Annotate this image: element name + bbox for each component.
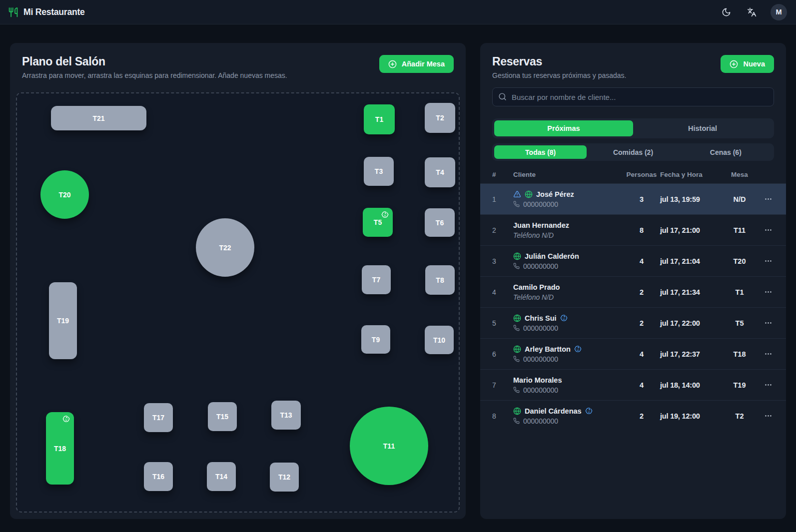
reservation-row[interactable]: 1 José Pérez 000000000 3 jul 13, 19:59 N… [480, 183, 786, 214]
row-menu-button[interactable] [761, 223, 776, 237]
floor-table-t17[interactable]: T17 [144, 403, 173, 432]
floor-table-t12[interactable]: T12 [270, 463, 299, 492]
table-label: T3 [375, 167, 383, 175]
floor-table-t9[interactable]: T9 [361, 325, 390, 354]
floor-table-t16[interactable]: T16 [144, 462, 173, 491]
floor-table-t6[interactable]: T6 [425, 208, 455, 237]
filter-comidas[interactable]: Comidas (2) [587, 145, 679, 159]
globe-icon [525, 190, 533, 198]
client-cell: Chris Sui 000000000 [513, 314, 623, 332]
people-count: 3 [623, 195, 660, 203]
app-title: Mi Restaurante [23, 7, 85, 17]
row-menu-button[interactable] [761, 316, 776, 330]
floor-plan-panel: Plano del Salón Arrastra para mover, arr… [10, 43, 466, 519]
people-count: 2 [623, 412, 660, 420]
table-label: T8 [436, 276, 444, 284]
reservations-header: Reservas Gestiona tus reservas próximas … [492, 55, 774, 79]
client-phone: Teléfono N/D [513, 231, 623, 239]
theme-toggle-button[interactable] [720, 5, 733, 19]
phone-icon [513, 201, 520, 207]
floor-table-t10[interactable]: T10 [425, 326, 454, 354]
floor-table-t1[interactable]: T1 [364, 104, 395, 134]
table-label: T5 [374, 218, 382, 226]
client-phone: 000000000 [513, 324, 623, 332]
reservation-row[interactable]: 7 Mario Morales 000000000 4 jul 18, 14:0… [480, 369, 786, 400]
user-avatar[interactable]: M [771, 4, 787, 20]
people-count: 4 [623, 257, 660, 265]
phone-icon [513, 387, 520, 393]
floor-table-t11[interactable]: T11 [350, 407, 428, 485]
floor-table-t7[interactable]: T7 [362, 265, 391, 294]
assigned-table: N/D [723, 195, 756, 203]
tab-historial[interactable]: Historial [633, 120, 772, 136]
client-name: Chris Sui [525, 314, 557, 322]
floor-table-t8[interactable]: T8 [425, 265, 455, 295]
new-reservation-button[interactable]: Nueva [721, 55, 774, 73]
floor-table-t18[interactable]: T18 [46, 412, 74, 485]
row-menu-button[interactable] [761, 378, 776, 392]
assigned-table: T11 [723, 226, 756, 234]
floor-plan-heading: Plano del Salón Arrastra para mover, arr… [22, 55, 287, 79]
tabs-upcoming-history: Próximas Historial [492, 118, 774, 138]
phone-icon [513, 356, 520, 362]
reservations-panel: Reservas Gestiona tus reservas próximas … [480, 43, 786, 519]
reservations-list: 1 José Pérez 000000000 3 jul 13, 19:59 N… [480, 183, 786, 519]
floor-table-t4[interactable]: T4 [425, 157, 455, 187]
client-name: Julián Calderón [525, 252, 579, 260]
floor-plan-canvas[interactable]: T21T1T2T3T4T5T6T20T22T7T8T19T9T10T18T17T… [16, 92, 460, 513]
floor-table-t21[interactable]: T21 [51, 106, 146, 130]
reservation-row[interactable]: 4 Camilo Prado Teléfono N/D 2 jul 17, 21… [480, 276, 786, 307]
client-phone: 000000000 [513, 200, 623, 208]
reservation-row[interactable]: 8 Daniel Cárdenas 000000000 2 jul 19, 12… [480, 400, 786, 431]
row-menu-button[interactable] [761, 285, 776, 299]
row-menu-button[interactable] [761, 347, 776, 361]
floor-plan-header: Plano del Salón Arrastra para mover, arr… [16, 55, 460, 79]
row-menu-button[interactable] [761, 409, 776, 423]
assigned-table: T18 [723, 350, 756, 358]
add-table-button[interactable]: Añadir Mesa [379, 55, 454, 73]
client-name: Daniel Cárdenas [525, 407, 582, 415]
client-name: Juan Hernandez [513, 221, 569, 229]
table-label: T11 [383, 442, 395, 450]
filter-cenas[interactable]: Cenas (6) [680, 145, 772, 159]
client-cell: José Pérez 000000000 [513, 190, 623, 208]
reservation-row[interactable]: 6 Arley Bartton 000000000 4 jul 17, 22:3… [480, 338, 786, 369]
add-table-label: Añadir Mesa [402, 60, 445, 68]
top-bar: Mi Restaurante M [0, 0, 796, 24]
baby-icon [62, 415, 70, 423]
floor-table-t13[interactable]: T13 [271, 401, 301, 430]
table-label: T17 [152, 414, 164, 422]
language-button[interactable] [745, 5, 759, 19]
people-count: 2 [623, 288, 660, 296]
search-input[interactable] [492, 87, 774, 106]
utensils-icon [8, 7, 18, 17]
assigned-table: T19 [723, 381, 756, 389]
alert-triangle-icon [513, 190, 521, 198]
reservation-datetime: jul 17, 21:00 [660, 226, 723, 234]
floor-table-t20[interactable]: T20 [40, 170, 89, 219]
floor-table-t5[interactable]: T5 [363, 208, 393, 237]
filter-todas[interactable]: Todas (8) [494, 145, 587, 159]
reservation-row[interactable]: 3 Julián Calderón 000000000 4 jul 17, 21… [480, 245, 786, 276]
app-brand: Mi Restaurante [8, 7, 85, 17]
client-name: Mario Morales [513, 376, 562, 384]
floor-table-t14[interactable]: T14 [207, 462, 236, 491]
table-label: T18 [54, 445, 66, 453]
column-personas: Personas [623, 171, 660, 178]
floor-table-t3[interactable]: T3 [364, 157, 394, 186]
floor-table-t2[interactable]: T2 [425, 103, 455, 133]
table-label: T1 [375, 115, 383, 123]
tab-proximas[interactable]: Próximas [494, 120, 633, 136]
globe-icon [513, 345, 521, 353]
row-menu-button[interactable] [761, 192, 776, 206]
column-cliente: Cliente [513, 171, 623, 178]
reservation-row[interactable]: 5 Chris Sui 000000000 2 jul 17, 22:00 T5 [480, 307, 786, 338]
floor-table-t19[interactable]: T19 [49, 282, 77, 359]
floor-table-t15[interactable]: T15 [208, 402, 237, 431]
row-menu-button[interactable] [761, 254, 776, 268]
tabs-meal-filter: Todas (8) Comidas (2) Cenas (6) [492, 143, 774, 161]
reservation-row[interactable]: 2 Juan Hernandez Teléfono N/D 8 jul 17, … [480, 214, 786, 245]
floor-table-t22[interactable]: T22 [196, 218, 254, 277]
reservations-heading: Reservas Gestiona tus reservas próximas … [492, 55, 626, 79]
reservation-datetime: jul 18, 14:00 [660, 381, 723, 389]
